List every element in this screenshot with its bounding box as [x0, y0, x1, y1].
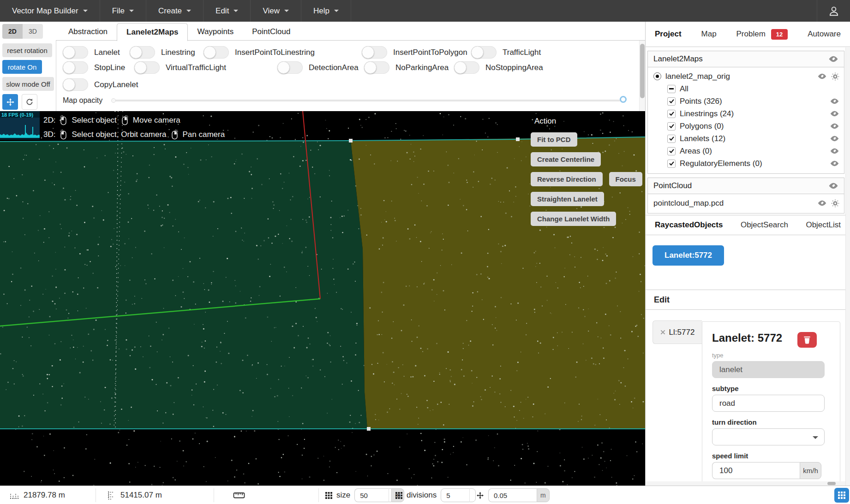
toggle-detectionarea[interactable] — [277, 61, 303, 74]
view-mode-2d-button[interactable]: 2D — [2, 24, 23, 39]
speed-limit-field[interactable] — [712, 462, 800, 479]
slow-mode-button[interactable]: slow mode Off — [2, 77, 54, 91]
move-step-input[interactable] — [488, 488, 537, 502]
eye-icon[interactable] — [828, 183, 838, 189]
eye-icon[interactable] — [830, 148, 839, 154]
toggle-insertpointtolinestring[interactable] — [204, 46, 229, 59]
tab-lanelet2maps[interactable]: Lanelet2Maps — [117, 23, 188, 41]
edit-horizontal-scrollbar[interactable] — [646, 481, 846, 486]
tab-project[interactable]: Project — [655, 30, 682, 39]
eye-icon[interactable] — [828, 56, 838, 62]
close-icon[interactable] — [660, 330, 665, 335]
tab-abstraction[interactable]: Abstraction — [59, 23, 117, 41]
gear-icon[interactable] — [831, 199, 839, 208]
action-panel-title: Action — [534, 117, 642, 126]
scrollbar-thumb[interactable] — [827, 482, 836, 485]
checkbox-points[interactable] — [667, 97, 676, 106]
app-title-menu[interactable]: Vector Map Builder — [0, 0, 100, 22]
map-opacity-slider[interactable] — [113, 100, 623, 101]
menu-help[interactable]: Help — [301, 0, 351, 22]
menu-create[interactable]: Create — [146, 0, 204, 22]
checkbox-areas[interactable] — [667, 147, 676, 155]
tab-raycastedobjects[interactable]: RaycastedObjects — [655, 220, 723, 230]
map-file-radio[interactable] — [653, 72, 661, 80]
refresh-button[interactable] — [22, 94, 37, 110]
toggle-insertpointtopolygon[interactable] — [362, 46, 387, 59]
toggle-knob — [63, 61, 75, 74]
eye-icon[interactable] — [830, 111, 839, 117]
eye-icon[interactable] — [830, 136, 839, 142]
delete-lanelet-button[interactable] — [797, 332, 817, 348]
menu-edit[interactable]: Edit — [204, 0, 251, 22]
mouse-left-click-icon — [60, 115, 67, 125]
toggle-trafficlight[interactable] — [471, 46, 497, 59]
layer-tree: All Points (326) Linestrings (24) — [667, 83, 839, 170]
user-icon — [828, 5, 840, 17]
map-opacity-slider-handle[interactable] — [620, 96, 627, 103]
eye-icon[interactable] — [830, 98, 839, 104]
move-icon — [476, 492, 484, 499]
eye-icon[interactable] — [830, 160, 839, 166]
scrollbar-thumb[interactable] — [640, 44, 645, 98]
tree-row-polygons: Polygons (0) — [667, 120, 839, 132]
tree-label-polygons: Polygons (0) — [680, 122, 724, 131]
sidebar-scrollbar[interactable] — [845, 47, 850, 486]
checkbox-lanelets[interactable] — [667, 135, 676, 143]
checkbox-linestrings[interactable] — [667, 110, 676, 118]
toggle-virtualtrafficlight[interactable] — [134, 61, 160, 74]
raycasted-lanelet-button[interactable]: Lanelet:5772 — [652, 245, 724, 266]
toggle-knob — [63, 46, 75, 59]
subtype-field[interactable] — [712, 395, 825, 412]
toggle-panel-scrollbar[interactable] — [639, 41, 645, 111]
map-canvas[interactable]: 18 FPS (0-19) 2D: Select object Move cam… — [0, 111, 645, 486]
tab-waypoints[interactable]: Waypoints — [188, 23, 243, 41]
checkbox-polygons[interactable] — [667, 122, 676, 130]
statusbar-divider — [469, 488, 470, 502]
straighten-lanelet-button[interactable]: Straighten Lanelet — [531, 192, 604, 206]
tab-objectlist[interactable]: ObjectList — [806, 220, 841, 230]
grid-divisions-input[interactable] — [441, 488, 476, 502]
toggle-trafficlight-label: TrafficLight — [503, 48, 541, 57]
turn-direction-select[interactable] — [712, 428, 825, 445]
edit-object-chip[interactable]: Ll:5772 — [652, 320, 702, 344]
create-centerline-button[interactable]: Create Centerline — [531, 152, 601, 166]
tab-pointcloud[interactable]: PointCloud — [243, 23, 299, 41]
tab-problem[interactable]: Problem 12 — [736, 29, 788, 40]
view-mode-3d-button[interactable]: 3D — [23, 24, 43, 39]
checkbox-regulatoryelements[interactable] — [667, 160, 676, 168]
toggle-copylanelet[interactable] — [63, 78, 88, 91]
chevron-down-icon — [83, 10, 88, 12]
statusbar-divider — [318, 488, 319, 502]
grid-size-input[interactable] — [354, 488, 391, 502]
focus-button[interactable]: Focus — [609, 172, 642, 186]
toggle-stopline[interactable] — [63, 61, 88, 74]
reset-rotation-button[interactable]: reset rotation — [2, 43, 52, 57]
menu-view[interactable]: View — [251, 0, 301, 22]
reverse-direction-button[interactable]: Reverse Direction — [531, 172, 603, 186]
tab-autoware[interactable]: Autoware — [808, 30, 841, 39]
cursor-y-value: 51415.07 m — [120, 491, 162, 500]
hint-3d-left-action: Select object, Orbit camera — [72, 130, 166, 139]
toggle-lanelet[interactable] — [63, 46, 88, 59]
measure-y-icon — [106, 491, 116, 500]
gear-icon[interactable] — [831, 72, 839, 81]
grid-settings-button[interactable] — [834, 488, 849, 503]
tab-map[interactable]: Map — [701, 30, 717, 39]
type-field-label: type — [712, 352, 821, 359]
fit-to-pcd-button[interactable]: Fit to PCD — [531, 132, 577, 147]
pan-tool-button[interactable] — [2, 94, 18, 110]
toggle-noparkingarea[interactable] — [364, 61, 389, 74]
change-lanelet-width-button[interactable]: Change Lanelet Width — [531, 212, 616, 226]
point-handle — [516, 137, 520, 141]
checkbox-all[interactable] — [667, 85, 676, 93]
ruler-icon[interactable] — [233, 490, 245, 500]
eye-icon[interactable] — [817, 73, 827, 79]
eye-icon[interactable] — [830, 123, 839, 129]
eye-icon[interactable] — [817, 200, 827, 206]
toggle-linestring[interactable] — [130, 46, 155, 59]
rotate-toggle-button[interactable]: rotate On — [2, 60, 42, 74]
user-menu-button[interactable] — [817, 0, 850, 22]
tab-objectsearch[interactable]: ObjectSearch — [741, 220, 788, 230]
toggle-nostoppingarea[interactable] — [454, 61, 479, 74]
menu-file[interactable]: File — [100, 0, 146, 22]
